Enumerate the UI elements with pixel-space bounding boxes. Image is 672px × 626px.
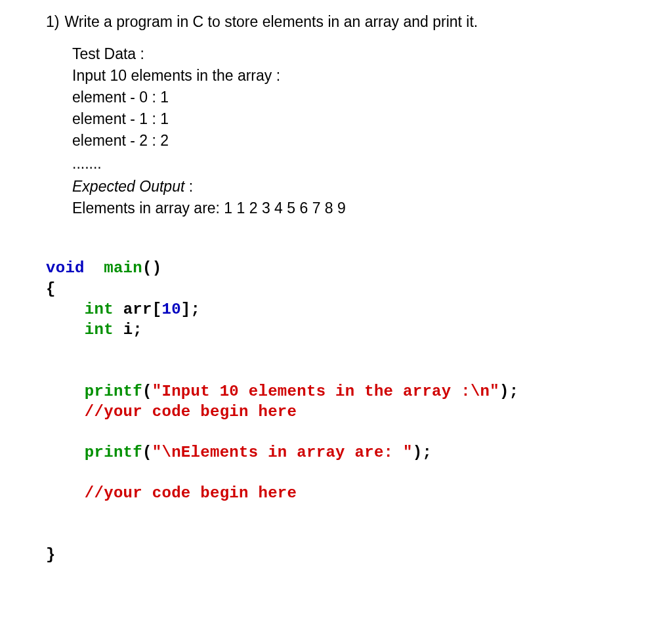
close-bracket: ] bbox=[181, 301, 191, 318]
printf-1: printf bbox=[85, 383, 142, 400]
string-1: "Input 10 elements in the array :\n" bbox=[152, 383, 499, 400]
semicolon-3: ; bbox=[509, 383, 519, 400]
question-number: 1) bbox=[46, 13, 59, 31]
main-identifier: main bbox=[104, 259, 142, 277]
ellipsis: ....... bbox=[72, 154, 646, 174]
open-paren-2: ( bbox=[142, 383, 152, 400]
question-header: 1) Write a program in C to store element… bbox=[46, 13, 646, 31]
open-bracket: [ bbox=[152, 301, 162, 318]
close-paren-2: ) bbox=[499, 383, 509, 400]
expected-colon: : bbox=[184, 178, 193, 195]
expected-output-label: Expected Output bbox=[72, 178, 184, 195]
printf-2: printf bbox=[85, 444, 142, 461]
void-keyword: void bbox=[46, 259, 85, 277]
test-data-label: Test Data : bbox=[72, 44, 646, 64]
comment-2: //your code begin here bbox=[85, 484, 297, 502]
semicolon-4: ; bbox=[422, 444, 432, 461]
element-2: element - 2 : 2 bbox=[72, 131, 646, 151]
question-body: Test Data : Input 10 elements in the arr… bbox=[46, 44, 646, 219]
semicolon-1: ; bbox=[191, 301, 201, 318]
open-brace: { bbox=[46, 280, 56, 298]
arr-var: arr bbox=[123, 301, 152, 318]
semicolon-2: ; bbox=[133, 321, 142, 339]
close-paren-3: ) bbox=[413, 444, 423, 461]
literal-10: 10 bbox=[161, 301, 180, 318]
input-label: Input 10 elements in the array : bbox=[72, 66, 646, 86]
int-keyword-1: int bbox=[85, 301, 114, 318]
open-paren: ( bbox=[142, 259, 152, 277]
open-paren-3: ( bbox=[142, 444, 152, 461]
close-paren: ) bbox=[152, 259, 162, 277]
question-title: Write a program in C to store elements i… bbox=[64, 13, 478, 31]
int-keyword-2: int bbox=[85, 321, 114, 339]
i-var: i bbox=[123, 321, 133, 339]
expected-output-line: Expected Output : bbox=[72, 177, 646, 197]
close-brace: } bbox=[46, 546, 56, 564]
element-1: element - 1 : 1 bbox=[72, 109, 646, 129]
code-block: void main() { int arr[10]; int i; printf… bbox=[46, 258, 646, 565]
comment-1: //your code begin here bbox=[85, 403, 297, 421]
element-0: element - 0 : 1 bbox=[72, 87, 646, 108]
string-2: "\nElements in array are: " bbox=[152, 444, 413, 461]
expected-output-text: Elements in array are: 1 1 2 3 4 5 6 7 8… bbox=[72, 198, 646, 219]
